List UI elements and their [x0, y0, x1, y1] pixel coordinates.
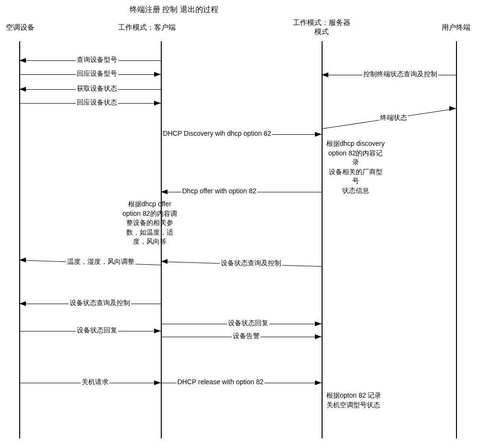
lifeline-ac-device	[19, 41, 20, 438]
arrowhead-a10	[19, 258, 26, 262]
arrow-label-a2: 回应设备型号	[76, 70, 118, 78]
arrow-label-a7: DHCP Discovery wih dhcp option 82	[162, 130, 272, 137]
arrow-label-a4: 回应设备状态	[76, 98, 118, 107]
note-option82-shutdown: 根据opton 82 记录 关机空调型号状态	[326, 391, 381, 410]
arrowhead-a13	[315, 321, 322, 326]
participant-client-mode: 工作模式：客户端	[118, 23, 176, 32]
arrow-label-a15: 关机请求	[81, 378, 109, 387]
arrowhead-a11	[19, 301, 26, 306]
arrow-label-a6: 终端状态	[379, 114, 408, 122]
arrow-label-a1: 查询设备型号	[76, 56, 118, 64]
arrowhead-a4	[154, 101, 161, 106]
participant-ac-device: 空调设备	[6, 23, 35, 32]
lifeline-server-mode	[322, 41, 323, 438]
arrow-label-a8: Dhcp offer with option 82	[181, 187, 258, 195]
note-dhcp-discovery: 根据dhcp discovery option 82的内容记 录 设备相关的厂商…	[326, 139, 384, 196]
arrow-label-a5: 控制终端状态查询及控制	[362, 70, 438, 79]
arrow-label-a12: 设备状态回复	[76, 326, 118, 335]
arrow-label-a16: DHCP release with option 82	[177, 378, 265, 386]
arrowhead-a9	[161, 259, 168, 264]
note-dhcp-offer: 根据dhcp offer option 82的内容调 整设备的相关参 数，如温度…	[122, 200, 177, 247]
participant-server-mode: 工作模式：服务器 模式	[293, 18, 350, 36]
diagram-title: 终端注册 控制 退出的过程	[130, 5, 218, 15]
arrowhead-a8	[161, 189, 168, 194]
arrowhead-a15	[154, 380, 161, 385]
arrowhead-a1	[19, 58, 26, 63]
lifeline-user-terminal	[456, 41, 457, 438]
arrowhead-a6	[449, 106, 456, 111]
arrow-label-a3: 获取设备状态	[76, 84, 118, 93]
arrow-label-a11: 设备状态查询及控制	[69, 299, 131, 307]
arrowhead-a16	[315, 380, 322, 385]
arrowhead-a12	[154, 329, 161, 333]
arrow-label-a10: 温度，湿度，风向调整	[66, 258, 135, 266]
arrowhead-a2	[154, 72, 161, 77]
arrow-label-a13: 设备状态回复	[227, 319, 269, 328]
arrowhead-a5	[322, 72, 328, 77]
arrowhead-a14	[315, 334, 322, 339]
arrow-label-a9: 设备状态查询及控制	[220, 259, 282, 268]
arrowhead-a3	[19, 87, 26, 92]
arrowhead-a7	[315, 132, 322, 137]
participant-user-terminal: 用户终端	[442, 23, 470, 32]
arrow-label-a14: 设备告警	[232, 332, 261, 341]
sequence-diagram: 终端注册 控制 退出的过程 空调设备 工作模式：客户端 工作模式：服务器 模式 …	[0, 0, 480, 448]
